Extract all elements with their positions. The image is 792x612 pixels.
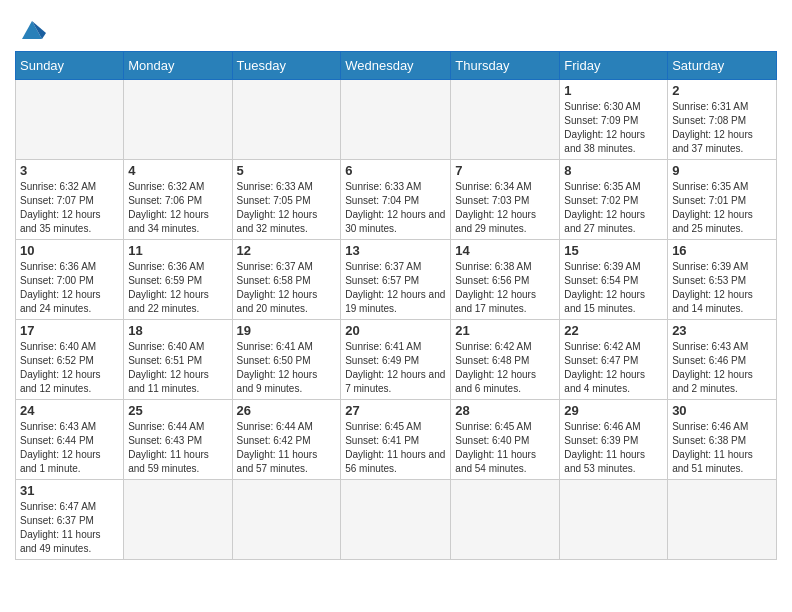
day-number: 26 [237, 403, 337, 418]
weekday-header-saturday: Saturday [668, 52, 777, 80]
day-number: 20 [345, 323, 446, 338]
weekday-header-tuesday: Tuesday [232, 52, 341, 80]
day-cell: 14Sunrise: 6:38 AM Sunset: 6:56 PM Dayli… [451, 240, 560, 320]
day-number: 30 [672, 403, 772, 418]
day-cell: 15Sunrise: 6:39 AM Sunset: 6:54 PM Dayli… [560, 240, 668, 320]
day-cell: 29Sunrise: 6:46 AM Sunset: 6:39 PM Dayli… [560, 400, 668, 480]
day-number: 29 [564, 403, 663, 418]
day-info: Sunrise: 6:33 AM Sunset: 7:05 PM Dayligh… [237, 180, 337, 236]
day-number: 15 [564, 243, 663, 258]
day-number: 23 [672, 323, 772, 338]
day-cell: 30Sunrise: 6:46 AM Sunset: 6:38 PM Dayli… [668, 400, 777, 480]
day-cell: 12Sunrise: 6:37 AM Sunset: 6:58 PM Dayli… [232, 240, 341, 320]
day-cell: 18Sunrise: 6:40 AM Sunset: 6:51 PM Dayli… [124, 320, 232, 400]
logo-icon [18, 15, 46, 43]
weekday-header-sunday: Sunday [16, 52, 124, 80]
day-info: Sunrise: 6:36 AM Sunset: 7:00 PM Dayligh… [20, 260, 119, 316]
day-info: Sunrise: 6:45 AM Sunset: 6:40 PM Dayligh… [455, 420, 555, 476]
week-row-6: 31Sunrise: 6:47 AM Sunset: 6:37 PM Dayli… [16, 480, 777, 560]
day-cell [124, 80, 232, 160]
day-cell: 4Sunrise: 6:32 AM Sunset: 7:06 PM Daylig… [124, 160, 232, 240]
day-number: 21 [455, 323, 555, 338]
week-row-3: 10Sunrise: 6:36 AM Sunset: 7:00 PM Dayli… [16, 240, 777, 320]
day-info: Sunrise: 6:42 AM Sunset: 6:48 PM Dayligh… [455, 340, 555, 396]
day-number: 12 [237, 243, 337, 258]
day-cell [124, 480, 232, 560]
day-number: 25 [128, 403, 227, 418]
day-number: 24 [20, 403, 119, 418]
day-cell [232, 480, 341, 560]
day-cell: 22Sunrise: 6:42 AM Sunset: 6:47 PM Dayli… [560, 320, 668, 400]
day-number: 4 [128, 163, 227, 178]
day-number: 13 [345, 243, 446, 258]
day-info: Sunrise: 6:43 AM Sunset: 6:46 PM Dayligh… [672, 340, 772, 396]
day-number: 2 [672, 83, 772, 98]
day-info: Sunrise: 6:36 AM Sunset: 6:59 PM Dayligh… [128, 260, 227, 316]
day-info: Sunrise: 6:34 AM Sunset: 7:03 PM Dayligh… [455, 180, 555, 236]
day-cell: 17Sunrise: 6:40 AM Sunset: 6:52 PM Dayli… [16, 320, 124, 400]
day-info: Sunrise: 6:44 AM Sunset: 6:43 PM Dayligh… [128, 420, 227, 476]
day-cell [232, 80, 341, 160]
day-info: Sunrise: 6:40 AM Sunset: 6:51 PM Dayligh… [128, 340, 227, 396]
day-cell [451, 480, 560, 560]
day-cell: 7Sunrise: 6:34 AM Sunset: 7:03 PM Daylig… [451, 160, 560, 240]
day-cell: 21Sunrise: 6:42 AM Sunset: 6:48 PM Dayli… [451, 320, 560, 400]
day-cell: 13Sunrise: 6:37 AM Sunset: 6:57 PM Dayli… [341, 240, 451, 320]
day-info: Sunrise: 6:45 AM Sunset: 6:41 PM Dayligh… [345, 420, 446, 476]
weekday-header-row: SundayMondayTuesdayWednesdayThursdayFrid… [16, 52, 777, 80]
day-number: 9 [672, 163, 772, 178]
weekday-header-monday: Monday [124, 52, 232, 80]
day-cell: 27Sunrise: 6:45 AM Sunset: 6:41 PM Dayli… [341, 400, 451, 480]
day-info: Sunrise: 6:35 AM Sunset: 7:01 PM Dayligh… [672, 180, 772, 236]
calendar-table: SundayMondayTuesdayWednesdayThursdayFrid… [15, 51, 777, 560]
week-row-5: 24Sunrise: 6:43 AM Sunset: 6:44 PM Dayli… [16, 400, 777, 480]
day-number: 22 [564, 323, 663, 338]
day-cell: 20Sunrise: 6:41 AM Sunset: 6:49 PM Dayli… [341, 320, 451, 400]
day-info: Sunrise: 6:35 AM Sunset: 7:02 PM Dayligh… [564, 180, 663, 236]
week-row-1: 1Sunrise: 6:30 AM Sunset: 7:09 PM Daylig… [16, 80, 777, 160]
day-number: 6 [345, 163, 446, 178]
week-row-2: 3Sunrise: 6:32 AM Sunset: 7:07 PM Daylig… [16, 160, 777, 240]
day-info: Sunrise: 6:43 AM Sunset: 6:44 PM Dayligh… [20, 420, 119, 476]
day-number: 31 [20, 483, 119, 498]
header [15, 10, 777, 43]
day-info: Sunrise: 6:46 AM Sunset: 6:39 PM Dayligh… [564, 420, 663, 476]
day-info: Sunrise: 6:39 AM Sunset: 6:54 PM Dayligh… [564, 260, 663, 316]
day-cell [668, 480, 777, 560]
day-info: Sunrise: 6:38 AM Sunset: 6:56 PM Dayligh… [455, 260, 555, 316]
day-cell: 23Sunrise: 6:43 AM Sunset: 6:46 PM Dayli… [668, 320, 777, 400]
logo [15, 15, 46, 43]
day-info: Sunrise: 6:30 AM Sunset: 7:09 PM Dayligh… [564, 100, 663, 156]
day-number: 16 [672, 243, 772, 258]
day-cell: 10Sunrise: 6:36 AM Sunset: 7:00 PM Dayli… [16, 240, 124, 320]
day-cell [451, 80, 560, 160]
day-number: 8 [564, 163, 663, 178]
day-cell: 11Sunrise: 6:36 AM Sunset: 6:59 PM Dayli… [124, 240, 232, 320]
day-info: Sunrise: 6:40 AM Sunset: 6:52 PM Dayligh… [20, 340, 119, 396]
day-cell: 5Sunrise: 6:33 AM Sunset: 7:05 PM Daylig… [232, 160, 341, 240]
day-number: 7 [455, 163, 555, 178]
day-info: Sunrise: 6:32 AM Sunset: 7:06 PM Dayligh… [128, 180, 227, 236]
day-cell [16, 80, 124, 160]
day-number: 17 [20, 323, 119, 338]
day-number: 28 [455, 403, 555, 418]
day-number: 18 [128, 323, 227, 338]
day-cell: 3Sunrise: 6:32 AM Sunset: 7:07 PM Daylig… [16, 160, 124, 240]
day-number: 14 [455, 243, 555, 258]
day-number: 19 [237, 323, 337, 338]
day-cell [341, 480, 451, 560]
day-info: Sunrise: 6:39 AM Sunset: 6:53 PM Dayligh… [672, 260, 772, 316]
day-cell: 26Sunrise: 6:44 AM Sunset: 6:42 PM Dayli… [232, 400, 341, 480]
day-number: 5 [237, 163, 337, 178]
day-info: Sunrise: 6:42 AM Sunset: 6:47 PM Dayligh… [564, 340, 663, 396]
day-info: Sunrise: 6:31 AM Sunset: 7:08 PM Dayligh… [672, 100, 772, 156]
day-info: Sunrise: 6:33 AM Sunset: 7:04 PM Dayligh… [345, 180, 446, 236]
day-info: Sunrise: 6:37 AM Sunset: 6:57 PM Dayligh… [345, 260, 446, 316]
day-cell [341, 80, 451, 160]
day-number: 1 [564, 83, 663, 98]
weekday-header-wednesday: Wednesday [341, 52, 451, 80]
day-info: Sunrise: 6:44 AM Sunset: 6:42 PM Dayligh… [237, 420, 337, 476]
day-cell: 8Sunrise: 6:35 AM Sunset: 7:02 PM Daylig… [560, 160, 668, 240]
day-info: Sunrise: 6:32 AM Sunset: 7:07 PM Dayligh… [20, 180, 119, 236]
day-number: 11 [128, 243, 227, 258]
